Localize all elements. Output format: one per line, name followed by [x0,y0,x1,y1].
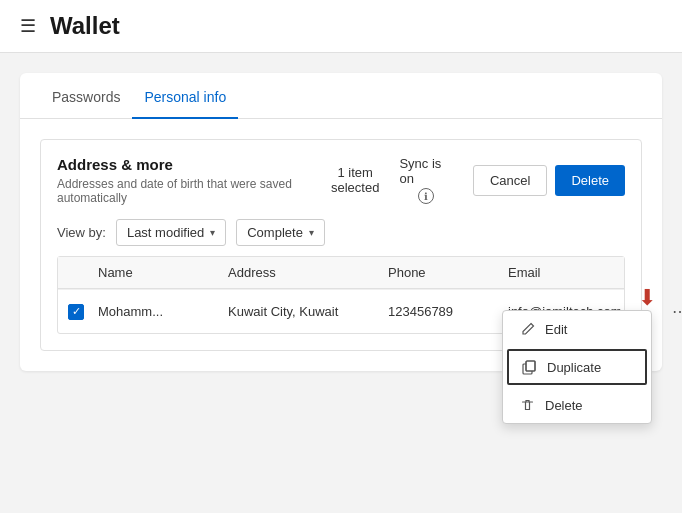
table-header: Name Address Phone Email [58,257,624,289]
delete-button[interactable]: Delete [555,165,625,196]
context-menu: Edit Duplicate Delete [502,310,652,424]
svg-rect-1 [526,361,535,371]
right-section: 1 item selected Sync is on ℹ Cancel Dele… [331,156,625,204]
context-menu-duplicate[interactable]: Duplicate [507,349,647,385]
row-checkbox[interactable]: ✓ [68,304,84,320]
download-arrow-icon: ⬇ [638,285,656,311]
tabs-container: Passwords Personal info [20,73,662,119]
col-phone: Phone [388,265,508,280]
app-title: Wallet [50,12,120,40]
address-title: Address & more [57,156,331,173]
chevron-down-icon: ▾ [210,227,215,238]
context-menu-delete[interactable]: Delete [503,387,651,423]
trash-icon [519,397,535,413]
cell-name: Mohamm... [98,304,228,319]
view-by-row: View by: Last modified ▾ Complete ▾ [57,219,625,246]
sync-icon: ℹ [418,188,434,204]
address-info: Address & more Addresses and date of bir… [57,156,331,205]
cell-address: Kuwait City, Kuwait [228,304,388,319]
col-address: Address [228,265,388,280]
tab-personal-info[interactable]: Personal info [132,73,238,119]
col-checkbox [68,265,98,280]
sync-info: Sync is on ℹ [399,156,453,204]
chevron-down-icon: ▾ [309,227,314,238]
check-icon: ✓ [72,305,81,318]
col-actions [668,265,682,280]
item-selected-count: 1 item selected [331,165,379,195]
more-actions-button[interactable]: ⋯ [668,300,682,323]
complete-dropdown[interactable]: Complete ▾ [236,219,325,246]
edit-icon [519,321,535,337]
app-header: ☰ Wallet [0,0,682,53]
cancel-button[interactable]: Cancel [473,165,547,196]
col-name: Name [98,265,228,280]
tab-passwords[interactable]: Passwords [40,73,132,119]
cell-phone: 123456789 [388,304,508,319]
context-menu-edit[interactable]: Edit [503,311,651,347]
selected-info: 1 item selected Sync is on ℹ [331,156,453,204]
last-modified-dropdown[interactable]: Last modified ▾ [116,219,226,246]
address-header-row: Address & more Addresses and date of bir… [57,156,625,205]
col-email: Email [508,265,668,280]
button-group: Cancel Delete [473,165,625,196]
duplicate-icon [521,359,537,375]
address-description: Addresses and date of birth that were sa… [57,177,331,205]
hamburger-icon[interactable]: ☰ [20,15,36,37]
view-by-label: View by: [57,225,106,240]
